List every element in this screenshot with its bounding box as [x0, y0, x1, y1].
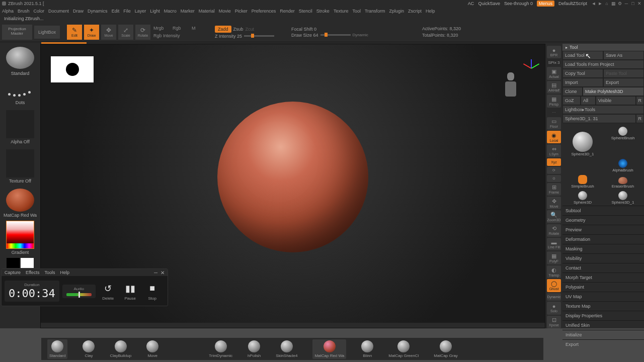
- section-morph-target[interactable]: Morph Target: [562, 273, 644, 282]
- ghost-button[interactable]: ◯Ghost: [547, 279, 561, 292]
- bottom-brush-move[interactable]: Move: [146, 340, 158, 358]
- import-button[interactable]: Import: [562, 78, 603, 87]
- section-geometry[interactable]: Geometry: [562, 215, 644, 225]
- section-export[interactable]: Export: [562, 339, 644, 349]
- tool-thumb-eraserbrush[interactable]: EraserBrush: [603, 172, 643, 189]
- alpha-preview[interactable]: [6, 110, 34, 138]
- cy-button[interactable]: ⟳: [547, 167, 561, 174]
- menu-movie[interactable]: Movie: [219, 9, 231, 14]
- maximize-icon[interactable]: □: [630, 1, 635, 6]
- menu-macro[interactable]: Macro: [164, 9, 177, 14]
- bottom-material-matcapgreen[interactable]: MatCap GreenCl: [388, 340, 419, 358]
- polyf-button[interactable]: ▦PolyF: [547, 251, 561, 264]
- menu-file[interactable]: File: [123, 9, 131, 14]
- material-preview[interactable]: [6, 189, 34, 212]
- cz-button[interactable]: ⊙: [547, 175, 561, 182]
- menu-tool[interactable]: Tool: [352, 9, 361, 14]
- menu-stencil[interactable]: Stencil: [299, 9, 312, 14]
- move-view-button[interactable]: ✥Move: [547, 197, 561, 209]
- paste-tool-button[interactable]: Paste Tool: [603, 69, 644, 78]
- menu-light[interactable]: Light: [150, 9, 160, 14]
- color-picker[interactable]: [6, 221, 34, 249]
- grid-icon[interactable]: ▦: [611, 1, 616, 6]
- bottom-material-skinshade[interactable]: SkinShade4: [276, 340, 297, 358]
- section-texture-map[interactable]: Texture Map: [562, 301, 644, 311]
- texture-preview[interactable]: [6, 149, 34, 177]
- zintensity-slider[interactable]: [244, 35, 274, 37]
- swatch-secondary[interactable]: [7, 258, 20, 268]
- menu-document[interactable]: Document: [48, 9, 69, 14]
- audio-meter[interactable]: [66, 293, 92, 296]
- lightbox-tools-button[interactable]: Lightbox▸Tools: [562, 105, 644, 114]
- local-button[interactable]: ◉Local: [547, 131, 561, 143]
- lightbox-button[interactable]: LightBox: [34, 26, 60, 39]
- menu-zscript[interactable]: Zscript: [408, 9, 422, 14]
- menu-preferences[interactable]: Preferences: [252, 9, 276, 14]
- menu-transform[interactable]: Transform: [365, 9, 385, 14]
- load-from-project-button[interactable]: Load Tools From Project: [562, 60, 644, 69]
- section-masking[interactable]: Masking: [562, 244, 644, 253]
- stop-recording-button[interactable]: ■Stop: [143, 282, 162, 301]
- clone-button[interactable]: Clone: [562, 87, 583, 96]
- mrgb-toggle[interactable]: Mrgb: [153, 26, 169, 31]
- menu-zplugin[interactable]: Zplugin: [389, 9, 405, 14]
- section-initialize[interactable]: Initialize: [562, 330, 644, 339]
- spix-value[interactable]: SPix 3: [548, 60, 559, 65]
- lsym-button[interactable]: ⇔LSym: [547, 144, 561, 157]
- section-unified-skin[interactable]: Unified Skin: [562, 320, 644, 330]
- zoom3d-button[interactable]: 🔍Zoom3D: [547, 210, 561, 223]
- floor-button[interactable]: ▭Floor: [547, 117, 561, 130]
- delete-recording-button[interactable]: ↺Delete: [99, 282, 118, 301]
- export-button[interactable]: Export: [603, 78, 644, 87]
- rec-menu-help[interactable]: Help: [60, 270, 69, 275]
- screen-recorder-window[interactable]: Capture Effects Tools Help ─ ✕ Duration …: [1, 268, 168, 306]
- menu-layer[interactable]: Layer: [135, 9, 146, 14]
- default-script[interactable]: DefaultZScript: [558, 1, 587, 6]
- tool-thumb-sphere3d-1b[interactable]: Sphere3D_1: [603, 189, 643, 205]
- menu-texture[interactable]: Texture: [334, 9, 349, 14]
- next-icon[interactable]: ►: [598, 1, 603, 6]
- section-contact[interactable]: Contact: [562, 263, 644, 273]
- prev-icon[interactable]: ◄: [591, 1, 596, 6]
- save-as-button[interactable]: Save As: [603, 51, 644, 60]
- rec-minimize-icon[interactable]: ─: [154, 270, 157, 276]
- menu-alpha[interactable]: Alpha: [2, 9, 14, 14]
- solo-button[interactable]: ●Solo: [547, 302, 561, 314]
- make-polymesh-button[interactable]: Make PolyMesh3D: [583, 87, 644, 96]
- bpr-button[interactable]: ●BPR: [547, 46, 561, 58]
- bottom-brush-clay[interactable]: Clay: [83, 340, 95, 358]
- rec-close-icon[interactable]: ✕: [160, 270, 165, 276]
- draw-size-slider[interactable]: [320, 34, 351, 36]
- home-icon[interactable]: ⌂: [604, 1, 609, 6]
- bottom-brush-standard[interactable]: Standard: [47, 339, 67, 359]
- bottom-material-matcapred[interactable]: MatCap Red Wa: [312, 339, 346, 359]
- tool-r-button[interactable]: R: [636, 114, 645, 123]
- seethrough-slider[interactable]: See-through 0: [504, 1, 533, 6]
- close-icon[interactable]: ✕: [637, 1, 642, 6]
- tool-thumb-spherebrush[interactable]: SphereBrush: [603, 124, 643, 140]
- tool-thumb-alphabrush[interactable]: AlphaBrush: [603, 156, 643, 172]
- load-tool-button[interactable]: Load Tool: [562, 51, 603, 60]
- swatch-primary[interactable]: [21, 258, 34, 268]
- zsub-button[interactable]: Zsub: [233, 27, 244, 32]
- zcut-button[interactable]: Zcut: [246, 27, 255, 32]
- section-subtool[interactable]: Subtool: [562, 206, 644, 215]
- menu-draw[interactable]: Draw: [73, 9, 84, 14]
- menus-button[interactable]: Menus: [537, 1, 554, 7]
- menu-dynamics[interactable]: Dynamics: [88, 9, 108, 14]
- frame-button[interactable]: ⊞Frame: [547, 183, 561, 196]
- tool-panel-header[interactable]: ▸Tool: [562, 44, 644, 51]
- menu-marker[interactable]: Marker: [181, 9, 195, 14]
- transp-button[interactable]: ◐Transp: [547, 265, 561, 278]
- stroke-preview[interactable]: [6, 81, 34, 99]
- goz-visible-button[interactable]: Visible: [596, 96, 636, 105]
- rotate-mode-button[interactable]: ⟳Rotate: [135, 25, 150, 40]
- document-thumbnail[interactable]: [51, 56, 94, 82]
- actual-button[interactable]: ▣Actual: [547, 67, 561, 79]
- tool-thumb-sphere3d-1[interactable]: Sphere3D_1: [562, 124, 603, 156]
- goz-r-button[interactable]: R: [636, 96, 645, 105]
- menu-help[interactable]: Help: [426, 9, 435, 14]
- menu-render[interactable]: Render: [280, 9, 295, 14]
- gradient-label[interactable]: Gradient: [12, 250, 29, 255]
- zadd-button[interactable]: Zadd: [215, 26, 231, 33]
